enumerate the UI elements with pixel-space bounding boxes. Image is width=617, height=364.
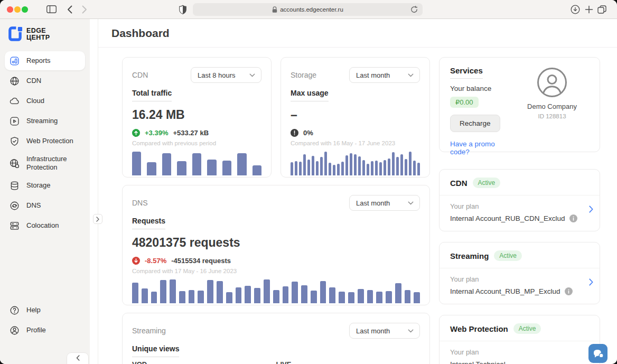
url-text: accounts.edgecenter.ru: [280, 6, 343, 13]
chart-bar: [413, 161, 416, 175]
plan-card-title: CDN: [450, 179, 468, 188]
sidebar-item-colocation[interactable]: Colocation: [5, 217, 85, 236]
chart-bar: [179, 291, 185, 303]
chevron-left-icon: [76, 355, 80, 361]
chart-bar: [417, 163, 420, 175]
chart-bar: [337, 164, 340, 176]
info-icon[interactable]: [565, 287, 573, 295]
sidebar-item-infrastructure-protection[interactable]: Infrastructure Protection: [5, 152, 85, 175]
minimize-window-button[interactable]: [14, 6, 21, 13]
plan-value: Internal Account_RUB_CDN_Exclud: [450, 214, 565, 222]
chart-bar: [189, 290, 195, 304]
url-bar[interactable]: accounts.edgecenter.ru: [193, 3, 423, 16]
arrow-down-circle-icon: [132, 257, 140, 265]
cloud-icon: [9, 96, 20, 107]
card-label: Storage: [291, 71, 316, 79]
new-tab-icon[interactable]: [585, 5, 593, 14]
shield-check-icon: [9, 136, 20, 147]
chart-bar: [312, 156, 314, 175]
reload-icon[interactable]: [410, 6, 418, 13]
chart-bar: [295, 161, 297, 175]
chart-bar: [376, 292, 382, 303]
chart-bar: [142, 288, 148, 303]
dns-period-select[interactable]: Last month: [349, 195, 420, 211]
sidebar-item-storage[interactable]: Storage: [5, 176, 85, 195]
downloads-icon[interactable]: [571, 5, 580, 14]
app: EDGE ЦЕНТР Reports CDN Cloud: [0, 19, 617, 364]
sidebar-item-help[interactable]: Help: [5, 301, 85, 320]
sidebar-toggle-icon[interactable]: [46, 5, 57, 13]
storage-metric-card: Storage Last month Max usage –: [281, 57, 430, 178]
chart-bar: [147, 162, 156, 175]
person-circle-icon: [9, 325, 20, 336]
sidebar-item-dns[interactable]: DNS: [5, 197, 85, 216]
plan-details-chevron[interactable]: [589, 278, 593, 286]
sidebar-item-cdn[interactable]: CDN: [5, 71, 85, 90]
sidebar-item-streaming[interactable]: Streaming: [5, 111, 85, 130]
chart-bar: [170, 279, 176, 303]
sidebar: EDGE ЦЕНТР Reports CDN Cloud: [0, 19, 90, 364]
chart-bar: [207, 280, 213, 303]
chart-bar: [339, 292, 345, 303]
sidebar-item-cloud[interactable]: Cloud: [5, 91, 85, 110]
chart-bar: [222, 161, 231, 175]
privacy-shield-icon[interactable]: [179, 5, 186, 14]
metric-value: –: [291, 108, 420, 122]
sidebar-expand-button[interactable]: [93, 214, 102, 224]
streaming-period-select[interactable]: Last month: [349, 323, 420, 339]
services-card: Services Your balance ₽0.00 Recharge Hav…: [439, 57, 600, 152]
sidebar-collapse-button[interactable]: [67, 352, 89, 364]
neutral-circle-icon: [291, 129, 298, 137]
chart-bar: [307, 160, 310, 175]
chart-bar: [386, 291, 392, 303]
tab-overview-icon[interactable]: [597, 5, 606, 14]
chart-bar: [348, 292, 354, 303]
back-button[interactable]: [67, 5, 72, 14]
forward-button[interactable]: [82, 5, 87, 14]
database-icon: [9, 180, 20, 191]
sidebar-item-profile[interactable]: Profile: [5, 321, 85, 340]
compare-note: Compared with 17 May - 16 June 2023: [132, 268, 420, 274]
plan-value: Internal Technical Account_RUB_DDoS_Excl…: [450, 360, 578, 364]
globe-shield-icon: [9, 158, 20, 169]
cdn-period-select[interactable]: Last 8 hours: [191, 67, 261, 83]
sidebar-item-web-protection[interactable]: Web Protection: [5, 132, 85, 151]
live-column-label: LIVE: [276, 360, 420, 364]
chart-bar: [354, 154, 357, 175]
chat-widget-button[interactable]: [588, 344, 607, 363]
chart-bar: [160, 280, 166, 303]
chevron-right-icon: [589, 278, 593, 286]
chart-bar: [217, 281, 223, 303]
sidebar-item-reports[interactable]: Reports: [5, 51, 85, 70]
chart-bar: [388, 158, 390, 175]
chart-bar: [236, 287, 242, 303]
storage-period-select[interactable]: Last month: [349, 67, 420, 83]
chart-bar: [237, 153, 246, 175]
chart-bar: [371, 161, 373, 175]
metric-label: Max usage: [291, 89, 329, 101]
chart-bar: [301, 285, 307, 303]
chart-bar: [303, 154, 306, 175]
promo-code-link[interactable]: Have a promo code?: [450, 140, 515, 156]
dns-bar-chart: [132, 279, 420, 303]
chart-bar: [400, 154, 403, 175]
main-area: Dashboard CDN Last 8 hours: [90, 19, 617, 364]
info-icon[interactable]: [569, 214, 577, 222]
chart-bar: [226, 292, 232, 303]
chat-bubbles-icon: [593, 349, 604, 359]
cdn-bar-chart: [132, 152, 261, 175]
zoom-window-button[interactable]: [22, 6, 28, 13]
close-window-button[interactable]: [7, 6, 13, 13]
bar-chart-icon: [9, 55, 20, 67]
plan-details-chevron[interactable]: [589, 206, 593, 213]
recharge-button[interactable]: Recharge: [450, 115, 500, 132]
plan-card-title: Web Protection: [450, 324, 508, 333]
chart-bar: [320, 281, 326, 303]
chart-bar: [392, 152, 395, 175]
chart-bar: [341, 162, 344, 175]
status-badge: Active: [513, 323, 541, 334]
chevron-right-icon: [96, 217, 99, 222]
chart-bar: [273, 290, 279, 304]
question-circle-icon: [9, 305, 20, 316]
balance-badge: ₽0.00: [450, 97, 479, 108]
